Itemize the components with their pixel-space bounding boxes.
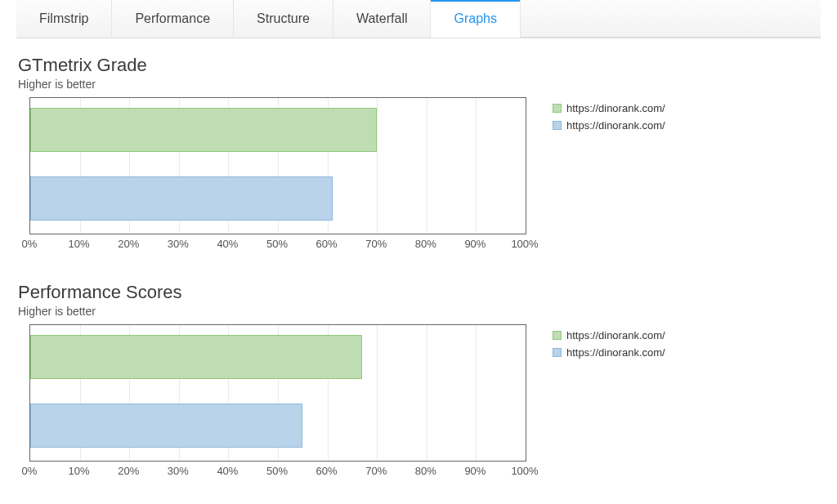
chart-bar	[30, 176, 333, 221]
chart-bar	[30, 335, 362, 379]
x-tick-label: 20%	[118, 238, 139, 250]
legend-swatch-green	[553, 104, 562, 113]
chart-subtitle: Higher is better	[18, 78, 821, 91]
x-tick-label: 0%	[22, 465, 38, 477]
x-tick-label: 50%	[266, 238, 288, 250]
legend-swatch-green	[553, 331, 562, 340]
tab-filmstrip[interactable]: Filmstrip	[16, 0, 112, 38]
legend-swatch-blue	[553, 348, 562, 357]
x-tick-label: 60%	[316, 465, 338, 477]
chart-gtmetrix-grade: GTmetrix Grade Higher is better 0%10%20%…	[18, 55, 821, 257]
chart-legend: https://dinorank.com/ https://dinorank.c…	[553, 97, 665, 136]
legend-label: https://dinorank.com/	[566, 329, 665, 341]
plot-box	[29, 97, 526, 234]
legend-item: https://dinorank.com/	[553, 119, 665, 132]
x-tick-label: 70%	[365, 465, 387, 477]
chart-subtitle: Higher is better	[18, 305, 821, 318]
tab-structure[interactable]: Structure	[234, 0, 333, 38]
gridline	[377, 325, 378, 461]
x-tick-label: 90%	[464, 238, 486, 250]
x-tick-label: 30%	[168, 465, 189, 477]
x-tick-label: 10%	[69, 465, 90, 477]
chart-legend: https://dinorank.com/ https://dinorank.c…	[553, 324, 665, 364]
chart-plot-area: 0%10%20%30%40%50%60%70%80%90%100%	[18, 324, 533, 484]
x-tick-label: 40%	[217, 238, 238, 250]
chart-title: GTmetrix Grade	[18, 55, 821, 76]
x-tick-label: 80%	[415, 238, 436, 250]
legend-label: https://dinorank.com/	[566, 102, 665, 114]
gridline	[427, 98, 427, 234]
tab-waterfall[interactable]: Waterfall	[333, 0, 432, 38]
x-tick-label: 40%	[217, 465, 238, 477]
tab-graphs[interactable]: Graphs	[431, 0, 520, 38]
x-tick-label: 90%	[464, 465, 486, 477]
x-axis: 0%10%20%30%40%50%60%70%80%90%100%	[29, 465, 526, 484]
chart-plot-area: 0%10%20%30%40%50%60%70%80%90%100%	[18, 97, 533, 257]
legend-item: https://dinorank.com/	[553, 102, 665, 114]
x-tick-label: 70%	[365, 238, 387, 250]
tabs-trailing-line	[521, 0, 821, 38]
gridline	[476, 98, 477, 234]
plot-box	[29, 324, 526, 462]
x-tick-label: 10%	[69, 238, 90, 250]
legend-label: https://dinorank.com/	[566, 119, 665, 132]
x-tick-label: 50%	[266, 465, 288, 477]
legend-item: https://dinorank.com/	[553, 346, 665, 359]
x-tick-label: 100%	[511, 238, 538, 250]
content-area: GTmetrix Grade Higher is better 0%10%20%…	[0, 38, 837, 504]
x-tick-label: 80%	[415, 465, 436, 477]
x-tick-label: 0%	[22, 238, 38, 250]
chart-bar	[30, 404, 302, 448]
x-tick-label: 30%	[168, 238, 189, 250]
chart-title: Performance Scores	[18, 282, 821, 303]
legend-label: https://dinorank.com/	[566, 346, 665, 359]
gridline	[476, 325, 477, 461]
x-tick-label: 60%	[316, 238, 338, 250]
x-tick-label: 100%	[511, 465, 538, 477]
tabs-bar: Filmstrip Performance Structure Waterfal…	[16, 0, 821, 38]
chart-performance-scores: Performance Scores Higher is better 0%10…	[18, 282, 821, 484]
chart-bar	[30, 108, 377, 152]
gridline	[377, 98, 378, 234]
x-tick-label: 20%	[118, 465, 139, 477]
legend-item: https://dinorank.com/	[553, 329, 665, 341]
gridline	[427, 325, 427, 461]
legend-swatch-blue	[553, 121, 562, 130]
x-axis: 0%10%20%30%40%50%60%70%80%90%100%	[29, 238, 526, 257]
tab-performance[interactable]: Performance	[112, 0, 234, 38]
